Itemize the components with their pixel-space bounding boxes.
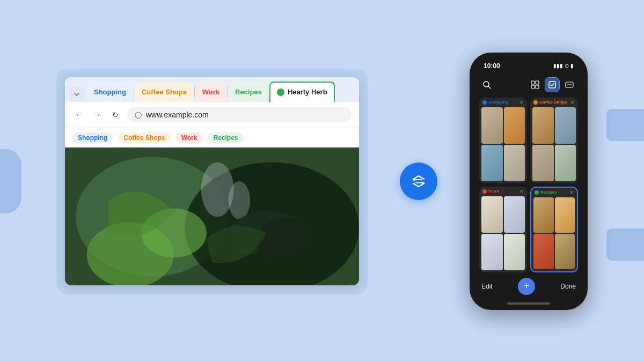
- phone-tab-icons-group: [528, 77, 577, 92]
- tab-work-label: Work: [202, 88, 219, 96]
- pill-shopping[interactable]: Shopping: [72, 132, 113, 143]
- phone-status-icons: ▮▮▮ ⊙ ▮: [553, 63, 574, 69]
- tab-separator-1: [134, 86, 134, 97]
- tab-coffee-label: Coffee Shops: [142, 88, 187, 96]
- main-content: Shopping Coffee Shops Work Recipes Heart…: [0, 0, 644, 362]
- phone-bottom-bar: Edit + Done: [475, 275, 582, 300]
- recipes-thumbs: [531, 197, 577, 271]
- phone-group-work-label: Work: [482, 189, 499, 194]
- url-bar[interactable]: ◯ www.example.com: [127, 107, 352, 122]
- work-thumb-4: [504, 234, 525, 270]
- phone-group-recipes[interactable]: Recipes ✕: [530, 187, 578, 272]
- svg-point-5: [201, 162, 234, 216]
- add-icon: +: [524, 280, 530, 292]
- phone-group-coffee-header: Coffee Shops ✕: [530, 98, 578, 107]
- phone-group-shopping-header: Shopping ✕: [479, 98, 527, 107]
- wifi-icon: ⊙: [565, 63, 569, 69]
- recipes-label-text: Recipes: [540, 190, 557, 195]
- coffee-thumb-3: [532, 145, 554, 181]
- add-tab-button[interactable]: +: [518, 278, 535, 295]
- home-indicator: [507, 302, 550, 305]
- phone-group-shopping-label: Shopping: [482, 100, 508, 105]
- done-button[interactable]: Done: [560, 283, 576, 290]
- pill-recipes[interactable]: Recipes: [208, 132, 243, 143]
- tab-bar: Shopping Coffee Shops Work Recipes Heart…: [65, 77, 359, 102]
- phone-group-work-header: Work ✕: [479, 187, 527, 196]
- reload-button[interactable]: ↻: [109, 108, 122, 121]
- shopping-close-icon[interactable]: ✕: [519, 100, 524, 105]
- svg-rect-11: [531, 85, 535, 88]
- address-bar: ← → ↻ ◯ www.example.com: [65, 102, 359, 128]
- work-label-text: Work: [488, 189, 499, 194]
- pill-work[interactable]: Work: [176, 132, 203, 143]
- tab-coffee-shops[interactable]: Coffee Shops: [135, 83, 193, 102]
- browser-content-image: [65, 147, 359, 285]
- pill-coffee-shops[interactable]: Coffee Shops: [118, 132, 170, 143]
- coffee-thumbs: [530, 107, 578, 183]
- tab-shopping-label: Shopping: [94, 88, 126, 96]
- phone-screen: 10:00 ▮▮▮ ⊙ ▮: [475, 58, 582, 305]
- phone-icon-active[interactable]: [545, 77, 560, 92]
- phone-group-coffee[interactable]: Coffee Shops ✕: [530, 98, 578, 183]
- shopping-thumb-3: [481, 145, 503, 181]
- battery-icon: ▮: [570, 63, 574, 69]
- tab-hearty-label: Hearty Herb: [288, 88, 327, 96]
- phone-toolbar: [475, 74, 582, 95]
- tab-work[interactable]: Work: [196, 83, 226, 102]
- work-dot: [482, 189, 487, 194]
- coffee-close-icon[interactable]: ✕: [570, 100, 575, 105]
- phone-group-coffee-label: Coffee Shops: [533, 100, 567, 105]
- phone-group-recipes-header: Recipes ✕: [531, 188, 577, 197]
- svg-point-6: [228, 181, 250, 219]
- svg-rect-9: [531, 81, 535, 84]
- phone-time: 10:00: [484, 62, 500, 70]
- sync-icon: [411, 175, 426, 188]
- tab-shopping[interactable]: Shopping: [87, 83, 133, 102]
- recipes-dot: [535, 190, 539, 195]
- shopping-thumb-4: [504, 145, 525, 181]
- svg-rect-10: [536, 81, 539, 84]
- tab-hearty-herb[interactable]: Hearty Herb: [269, 82, 335, 102]
- work-thumbs: [479, 196, 527, 272]
- phone-icon-list[interactable]: [562, 77, 577, 92]
- recipes-thumb-1: [533, 197, 554, 233]
- recipes-close-icon[interactable]: ✕: [569, 190, 574, 195]
- shopping-thumbs: [479, 107, 527, 183]
- shopping-label-text: Shopping: [488, 100, 508, 105]
- svg-line-8: [488, 86, 491, 88]
- phone-groups-grid: Shopping ✕: [475, 95, 582, 275]
- coffee-thumb-2: [555, 107, 576, 144]
- browser-window: Shopping Coffee Shops Work Recipes Heart…: [65, 77, 359, 285]
- phone-group-work[interactable]: Work ✕: [479, 187, 527, 272]
- tab-separator-2: [194, 86, 195, 97]
- phone-group-recipes-label: Recipes: [535, 190, 557, 195]
- tab-recipes[interactable]: Recipes: [229, 83, 268, 102]
- tab-separator-3: [227, 86, 228, 97]
- recipes-thumb-2: [555, 197, 575, 233]
- url-text: www.example.com: [146, 110, 209, 119]
- tab-dropdown-button[interactable]: [69, 87, 84, 102]
- recipes-thumb-3: [533, 234, 554, 269]
- phone-outer: 10:00 ▮▮▮ ⊙ ▮: [470, 53, 588, 310]
- phone-icon-groups[interactable]: [528, 77, 543, 92]
- phone-search-icon[interactable]: [480, 78, 493, 91]
- sync-arrow: [400, 162, 437, 200]
- work-close-icon[interactable]: ✕: [519, 189, 524, 194]
- coffee-thumb-4: [555, 145, 576, 181]
- browser-image-inner: [65, 147, 359, 285]
- tab-groups-row: Shopping Coffee Shops Work Recipes: [65, 128, 359, 147]
- work-thumb-3: [481, 234, 503, 270]
- edit-button[interactable]: Edit: [481, 283, 493, 290]
- coffee-thumb-1: [532, 107, 554, 144]
- forward-button[interactable]: →: [91, 108, 104, 121]
- shopping-thumb-2: [504, 107, 525, 144]
- phone-status-bar: 10:00 ▮▮▮ ⊙ ▮: [475, 58, 582, 74]
- work-thumb-1: [481, 196, 503, 233]
- shopping-thumb-1: [481, 107, 503, 144]
- tab-favicon: [277, 88, 284, 96]
- phone-group-shopping[interactable]: Shopping ✕: [479, 98, 527, 183]
- back-button[interactable]: ←: [72, 108, 85, 121]
- lock-icon: ◯: [135, 111, 142, 119]
- shopping-dot: [482, 100, 487, 105]
- coffee-label-text: Coffee Shops: [539, 100, 567, 105]
